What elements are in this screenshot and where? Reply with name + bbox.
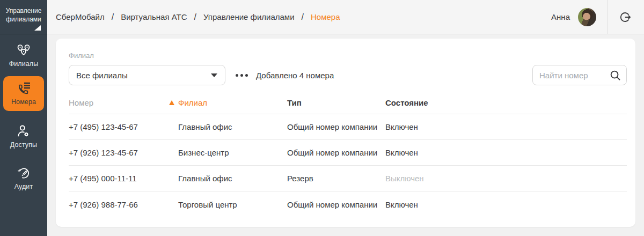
sidebar-item-label: Номера [11,98,36,106]
user-name: Анна [551,12,570,21]
dot [240,74,243,77]
map-pins-icon [16,43,32,58]
status-text: Включен [385,122,627,131]
table-row[interactable]: +7 (926) 123-45-67 Бизнес-центр Общий но… [69,140,627,166]
logout-icon [619,10,633,24]
cell-number: +7 (495) 123-45-67 [69,122,178,131]
branch-select-value: Все филиалы [76,71,128,80]
sidebar-item-numbers[interactable]: Номера [3,76,44,111]
column-header-status: Состояние [385,98,627,107]
cell-type: Общий номер компании [287,122,385,131]
controls-row: Все филиалы Добавлено 4 номера [69,65,627,85]
user-zone: Анна [551,0,644,34]
audit-pencil-icon [16,166,32,181]
sidebar-item-label: Филиалы [9,60,39,68]
status-text: Выключен [385,174,627,183]
sidebar-item-branches[interactable]: Филиалы [0,38,47,72]
table-row[interactable]: +7 (495) 123-45-67 Главный офис Общий но… [69,114,627,140]
status-text: Включен [385,148,627,157]
table-row[interactable]: +7 (926) 988-77-66 Торговый центр Общий … [69,191,627,217]
cell-number: +7 (495) 000-11-11 [69,174,178,183]
cell-branch: Бизнес-центр [178,148,287,157]
column-header-type: Тип [287,98,385,107]
user-avatar[interactable] [578,8,596,26]
search-button[interactable] [609,69,621,82]
breadcrumb-item-branch-management[interactable]: Управление филиалами [203,12,295,21]
cell-branch: Главный офис [178,174,287,183]
main-area: СберМобайл / Виртуальная АТС / Управлени… [47,0,644,236]
sidebar-title[interactable]: Управление филиалами [0,0,47,34]
breadcrumb-separator: / [194,12,196,22]
numbers-card: Филиал Все филиалы Добавлено 4 номера [56,39,635,227]
phone-list-icon [16,81,32,96]
breadcrumb-separator: / [302,12,304,22]
sort-ascending-icon [169,100,174,105]
topbar: СберМобайл / Виртуальная АТС / Управлени… [47,0,644,34]
column-header-branch[interactable]: Филиал [178,98,287,107]
content-area: Филиал Все филиалы Добавлено 4 номера [47,34,644,236]
status-text: Включен [385,200,627,209]
added-count-text: Добавлено 4 номера [256,71,334,80]
cell-number: +7 (926) 123-45-67 [69,148,178,157]
sidebar-title-label: Управление филиалами [6,7,42,23]
cell-branch: Торговый центр [178,200,287,209]
search-icon [609,69,621,82]
sidebar-item-access[interactable]: Доступы [0,119,47,153]
column-header-number[interactable]: Номер [69,98,178,107]
cell-type: Общий номер компании [287,148,385,157]
table-row[interactable]: +7 (495) 000-11-11 Главный офис Резерв В… [69,166,627,191]
sidebar-item-label: Аудит [14,183,33,190]
sidebar-nav: Филиалы Номера Доступы [0,34,47,195]
collapse-corner-icon[interactable] [34,25,41,31]
dot [245,74,248,77]
cell-type: Резерв [287,174,385,183]
chevron-down-icon [211,73,217,77]
branch-filter-label: Филиал [69,51,627,60]
more-options-button[interactable] [235,71,249,80]
logout-button[interactable] [608,10,644,24]
breadcrumb-item-home[interactable]: СберМобайл [56,12,105,21]
numbers-table: Номер Филиал Тип Состояние +7 (495) 123-… [69,92,627,217]
breadcrumb-item-numbers-current: Номера [311,12,340,21]
search-input[interactable] [539,71,609,80]
sidebar-item-label: Доступы [10,141,37,149]
cell-number: +7 (926) 988-77-66 [69,200,178,209]
cell-type: Общий номер компании [287,200,385,209]
branch-select[interactable]: Все филиалы [69,65,225,85]
breadcrumb: СберМобайл / Виртуальная АТС / Управлени… [56,12,340,22]
cell-branch: Главный офис [178,122,287,131]
sidebar-item-audit[interactable]: Аудит [0,160,47,195]
dot [236,74,238,77]
breadcrumb-separator: / [112,12,114,22]
user-gear-icon [16,124,32,139]
breadcrumb-item-vats[interactable]: Виртуальная АТС [121,12,187,21]
table-header-row: Номер Филиал Тип Состояние [69,92,627,114]
sidebar: Управление филиалами Филиалы [0,0,47,236]
search-box [532,65,627,85]
column-header-branch-label: Филиал [178,98,207,107]
